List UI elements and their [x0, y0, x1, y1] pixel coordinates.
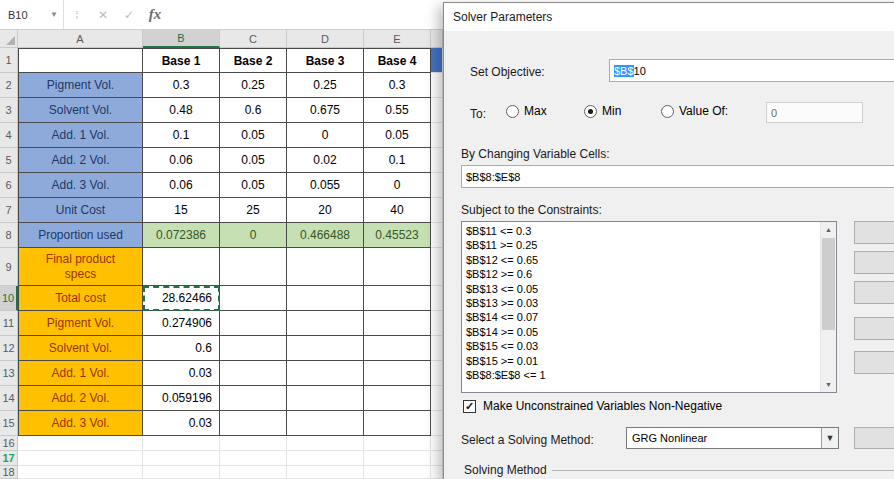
- cell-C17[interactable]: [220, 451, 287, 466]
- delete-button[interactable]: [854, 281, 894, 304]
- cell-C16[interactable]: [220, 436, 287, 451]
- select-all-corner[interactable]: [0, 30, 18, 48]
- row-header-17[interactable]: 17: [0, 451, 18, 466]
- row-header-2[interactable]: 2: [0, 73, 18, 98]
- cell-E16[interactable]: [364, 436, 431, 451]
- cell-E4[interactable]: 0.05: [364, 123, 431, 148]
- constraint-item[interactable]: $B$11 >= 0.25: [466, 238, 815, 252]
- constraint-item[interactable]: $B$14 >= 0.05: [466, 325, 815, 339]
- enter-icon[interactable]: ✓: [116, 0, 142, 29]
- cell-B10[interactable]: 28.62466: [143, 286, 220, 311]
- cell-A14[interactable]: Add. 2 Vol.: [18, 386, 143, 411]
- cell-D18[interactable]: [287, 466, 364, 479]
- row-header-5[interactable]: 5: [0, 148, 18, 173]
- cell-F9[interactable]: [431, 248, 443, 286]
- row-header-10[interactable]: 10: [0, 286, 18, 311]
- cell-A3[interactable]: Solvent Vol.: [18, 98, 143, 123]
- cell-F12[interactable]: [431, 336, 443, 361]
- cell-B14[interactable]: 0.059196: [143, 386, 220, 411]
- cell-F1[interactable]: [431, 48, 443, 73]
- cell-A1[interactable]: [18, 48, 143, 73]
- cell-E5[interactable]: 0.1: [364, 148, 431, 173]
- cell-B11[interactable]: 0.274906: [143, 311, 220, 336]
- reset-all-button[interactable]: [854, 317, 894, 340]
- column-header-B[interactable]: B: [143, 30, 220, 48]
- cell-E7[interactable]: 40: [364, 198, 431, 223]
- row-header-3[interactable]: 3: [0, 98, 18, 123]
- cell-B7[interactable]: 15: [143, 198, 220, 223]
- row-header-1[interactable]: 1: [0, 48, 18, 73]
- cell-C12[interactable]: [220, 336, 287, 361]
- radio-max[interactable]: Max: [506, 104, 547, 118]
- cell-C13[interactable]: [220, 361, 287, 386]
- cell-F7[interactable]: [431, 198, 443, 223]
- cell-D2[interactable]: 0.25: [287, 73, 364, 98]
- cell-A13[interactable]: Add. 1 Vol.: [18, 361, 143, 386]
- cell-E10[interactable]: [364, 286, 431, 311]
- cell-A18[interactable]: [18, 466, 143, 479]
- cell-A5[interactable]: Add. 2 Vol.: [18, 148, 143, 173]
- cell-E1[interactable]: Base 4: [364, 48, 431, 73]
- dialog-titlebar[interactable]: Solver Parameters: [444, 3, 894, 31]
- cell-D13[interactable]: [287, 361, 364, 386]
- cell-A11[interactable]: Pigment Vol.: [18, 311, 143, 336]
- cell-F2[interactable]: [431, 73, 443, 98]
- constraint-item[interactable]: $B$13 <= 0.05: [466, 282, 815, 296]
- cell-C2[interactable]: 0.25: [220, 73, 287, 98]
- cell-F10[interactable]: [431, 286, 443, 311]
- cell-B16[interactable]: [143, 436, 220, 451]
- cell-A15[interactable]: Add. 3 Vol.: [18, 411, 143, 436]
- constraints-scrollbar[interactable]: ▲ ▼: [820, 222, 836, 392]
- row-header-18[interactable]: 18: [0, 466, 18, 479]
- cell-C3[interactable]: 0.6: [220, 98, 287, 123]
- cell-E13[interactable]: [364, 361, 431, 386]
- row-header-9[interactable]: 9: [0, 248, 18, 286]
- objective-input[interactable]: $B$10: [609, 59, 894, 82]
- cell-E15[interactable]: [364, 411, 431, 436]
- cell-B2[interactable]: 0.3: [143, 73, 220, 98]
- value-of-input[interactable]: 0: [766, 102, 863, 123]
- cell-F16[interactable]: [431, 436, 443, 451]
- cell-B12[interactable]: 0.6: [143, 336, 220, 361]
- cell-F14[interactable]: [431, 386, 443, 411]
- constraint-item[interactable]: $B$11 <= 0.3: [466, 224, 815, 238]
- cell-E8[interactable]: 0.45523: [364, 223, 431, 248]
- cell-E14[interactable]: [364, 386, 431, 411]
- cell-F4[interactable]: [431, 123, 443, 148]
- cell-A12[interactable]: Solvent Vol.: [18, 336, 143, 361]
- row-header-15[interactable]: 15: [0, 411, 18, 436]
- cell-C15[interactable]: [220, 411, 287, 436]
- cell-D6[interactable]: 0.055: [287, 173, 364, 198]
- cell-F11[interactable]: [431, 311, 443, 336]
- cell-C7[interactable]: 25: [220, 198, 287, 223]
- cell-B3[interactable]: 0.48: [143, 98, 220, 123]
- cell-A6[interactable]: Add. 3 Vol.: [18, 173, 143, 198]
- cell-F15[interactable]: [431, 411, 443, 436]
- options-button[interactable]: [854, 427, 894, 449]
- cell-F8[interactable]: [431, 223, 443, 248]
- cell-D8[interactable]: 0.466488: [287, 223, 364, 248]
- row-header-8[interactable]: 8: [0, 223, 18, 248]
- insert-function-icon[interactable]: fx: [142, 0, 168, 29]
- cancel-icon[interactable]: ✕: [90, 0, 116, 29]
- cell-A16[interactable]: [18, 436, 143, 451]
- row-header-11[interactable]: 11: [0, 311, 18, 336]
- cell-A9[interactable]: Final product specs: [18, 248, 143, 286]
- cell-D14[interactable]: [287, 386, 364, 411]
- cell-C14[interactable]: [220, 386, 287, 411]
- cell-B17[interactable]: [143, 451, 220, 466]
- cell-C4[interactable]: 0.05: [220, 123, 287, 148]
- cell-D15[interactable]: [287, 411, 364, 436]
- cell-D17[interactable]: [287, 451, 364, 466]
- cell-D9[interactable]: [287, 248, 364, 286]
- constraint-item[interactable]: $B$12 >= 0.6: [466, 267, 815, 281]
- cell-D10[interactable]: [287, 286, 364, 311]
- row-header-13[interactable]: 13: [0, 361, 18, 386]
- variable-cells-input[interactable]: $B$8:$E$8: [461, 165, 894, 188]
- cell-C10[interactable]: [220, 286, 287, 311]
- cell-E17[interactable]: [364, 451, 431, 466]
- solving-method-select[interactable]: GRG Nonlinear ▼: [626, 427, 839, 449]
- cell-B8[interactable]: 0.072386: [143, 223, 220, 248]
- cell-D11[interactable]: [287, 311, 364, 336]
- chevron-down-icon[interactable]: ▼: [821, 428, 838, 448]
